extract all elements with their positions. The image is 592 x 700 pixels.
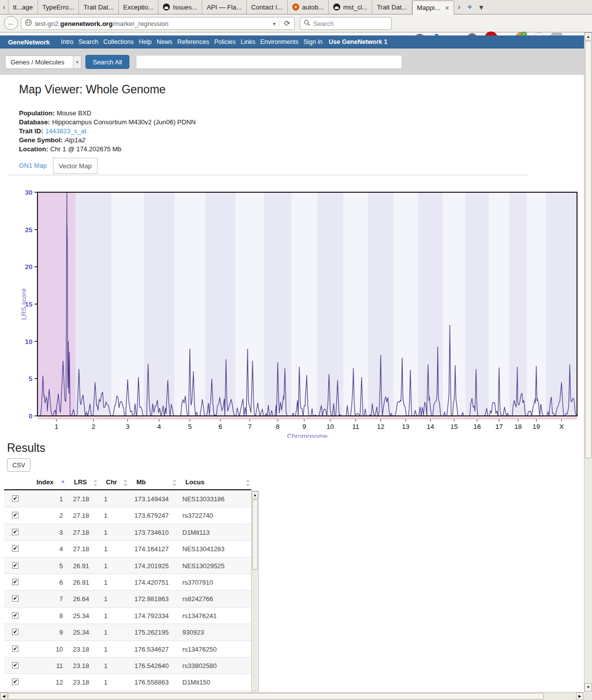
genenetwork-brand[interactable]: GeneNetwork: [8, 35, 50, 48]
nav-item-search[interactable]: Search: [78, 38, 98, 45]
tab-close-icon[interactable]: ×: [445, 4, 449, 12]
url-history-dropdown[interactable]: ▾: [269, 21, 280, 26]
table-row[interactable]: ✔427.181174.164127NES13041283: [4, 541, 251, 557]
url-text[interactable]: test-gn2.genenetwork.org/marker_regressi…: [35, 20, 269, 27]
row-checkbox[interactable]: ✔: [12, 545, 18, 552]
reload-button[interactable]: ⟳: [280, 19, 294, 28]
chromosome-band-13: [393, 192, 418, 416]
table-row[interactable]: ✔825.341174.792334rs13476241: [4, 608, 251, 624]
sort-asc-icon[interactable]: ▲: [60, 478, 65, 484]
scroll-right-button[interactable]: ▶: [576, 693, 584, 700]
nav-item-references[interactable]: References: [177, 38, 209, 45]
column-header-locus[interactable]: Locus: [185, 478, 204, 486]
tab-vector-map[interactable]: Vector Map: [53, 158, 97, 174]
column-header-lrs[interactable]: LRS: [74, 478, 87, 486]
row-checkbox[interactable]: ✔: [12, 629, 18, 635]
sort-icon[interactable]: [172, 479, 176, 486]
row-checkbox[interactable]: ✔: [12, 512, 18, 518]
column-header-mb[interactable]: Mb: [136, 478, 146, 486]
row-checkbox[interactable]: ✔: [12, 646, 18, 652]
trait-id-link[interactable]: 1443823_s_at: [45, 127, 86, 135]
chromosome-band-5: [174, 192, 205, 416]
results-table-header: Index ▲ LRS Chr Mb Locus: [4, 475, 251, 490]
nav-item-intro[interactable]: Intro: [61, 38, 73, 45]
nav-item-news[interactable]: News: [156, 38, 172, 45]
sort-icon[interactable]: [246, 479, 250, 486]
sort-icon[interactable]: [123, 479, 127, 486]
cell-chr: 1: [104, 529, 107, 536]
table-row[interactable]: ✔726.641172.981863rs8242766: [4, 591, 251, 607]
gn-search-input[interactable]: [136, 55, 402, 69]
browser-tab-active[interactable]: Mappi...×: [412, 0, 454, 14]
select-caret-icon[interactable]: ▾: [73, 56, 81, 68]
row-checkbox[interactable]: ✔: [12, 495, 18, 502]
table-row[interactable]: ✔1023.181176.534627rs13476250: [4, 641, 251, 658]
scroll-tabs-left-button[interactable]: ‹: [0, 0, 8, 14]
cell-locus: D1Mit150: [182, 679, 210, 686]
sort-icon[interactable]: [93, 479, 97, 486]
nav-item-help[interactable]: Help: [139, 38, 152, 45]
nav-item-links[interactable]: Links: [241, 38, 255, 45]
scroll-down-button[interactable]: ▼: [585, 683, 592, 692]
nav-item-collections[interactable]: Collections: [103, 38, 134, 45]
search-all-button[interactable]: Search All: [85, 55, 129, 69]
row-checkbox[interactable]: ✔: [12, 595, 18, 602]
scroll-left-button[interactable]: ◀: [0, 693, 7, 700]
browser-tab[interactable]: autob...: [288, 0, 329, 14]
table-scrollbar-thumb[interactable]: [252, 500, 258, 570]
nav-item-environments[interactable]: Environments: [260, 38, 298, 45]
nav-item-sign-in[interactable]: Sign in: [303, 38, 322, 45]
csv-export-button[interactable]: CSV: [7, 458, 30, 472]
browser-tab[interactable]: TypeErro...: [38, 0, 79, 14]
table-row[interactable]: ✔1123.181176.542640rs33802580: [4, 658, 251, 674]
browser-tab[interactable]: Trait Dat...: [372, 0, 412, 14]
row-checkbox[interactable]: ✔: [12, 662, 18, 669]
vertical-scrollbar[interactable]: ▲ ▼: [584, 32, 592, 692]
browser-tab[interactable]: Contact I...: [247, 0, 288, 14]
row-checkbox[interactable]: ✔: [12, 529, 18, 535]
browser-tab[interactable]: Trait Dat...: [79, 0, 118, 14]
browser-tab[interactable]: tt...age: [8, 0, 38, 14]
column-header-index[interactable]: Index: [36, 478, 53, 486]
use-genenetwork1-link[interactable]: Use GeneNetwork 1: [329, 35, 387, 48]
row-checkbox[interactable]: ✔: [12, 679, 18, 685]
x-tick-label: 14: [427, 423, 435, 430]
table-row[interactable]: ✔526.911174.201925NES13029525: [4, 558, 251, 574]
cell-lrs: 25.34: [73, 612, 89, 620]
nav-item-policies[interactable]: Policies: [214, 38, 236, 45]
table-row[interactable]: ✔626.911174.420751rs3707910: [4, 574, 251, 591]
new-tab-button[interactable]: +: [464, 2, 476, 12]
url-bar[interactable]: test-gn2.genenetwork.org/marker_regressi…: [21, 17, 295, 30]
tab-gn1-map[interactable]: GN1 Map: [19, 162, 47, 169]
cell-mb: 176.558863: [134, 679, 169, 686]
cell-chr: 1: [104, 612, 107, 620]
column-header-chr[interactable]: Chr: [106, 478, 117, 486]
browser-tab[interactable]: API — Fla...: [202, 0, 247, 14]
github-favicon: [333, 3, 340, 10]
tab-list-dropdown-button[interactable]: ▾: [476, 2, 487, 12]
back-button[interactable]: ←: [4, 16, 18, 30]
table-row[interactable]: ✔227.181173.679247rs3722740: [4, 507, 251, 524]
browser-search-box[interactable]: Search: [300, 17, 392, 30]
table-row[interactable]: ✔127.181173.149434NES13033186: [4, 491, 251, 507]
table-scrollbar[interactable]: ▲: [251, 491, 259, 692]
tab-strip: ‹ tt...ageTypeErro...Trait Dat...Excepti…: [0, 0, 592, 14]
horizontal-scrollbar[interactable]: ◀ ▶: [0, 692, 584, 700]
table-scroll-up-button[interactable]: ▲: [252, 491, 258, 499]
scroll-up-button[interactable]: ▲: [585, 32, 592, 40]
search-type-select[interactable]: Genes / Molecules ▾: [5, 55, 81, 69]
table-row[interactable]: ✔925.341175.262195930923: [4, 624, 251, 641]
row-checkbox[interactable]: ✔: [12, 562, 18, 569]
browser-tab[interactable]: Exceptio...: [119, 0, 159, 14]
table-row[interactable]: ✔1223.181176.558863D1Mit150: [4, 674, 251, 691]
tab-label: Contact I...: [251, 3, 283, 11]
vertical-scrollbar-thumb[interactable]: [585, 41, 592, 458]
horizontal-scrollbar-thumb[interactable]: [8, 693, 544, 700]
row-checkbox[interactable]: ✔: [12, 579, 18, 585]
browser-tab[interactable]: mst_cl...: [329, 0, 372, 14]
tab-overflow-button[interactable]: ›: [454, 2, 464, 11]
cell-mb: 174.201925: [134, 562, 169, 570]
table-row[interactable]: ✔327.181173.734610D1Mit113: [4, 524, 251, 541]
row-checkbox[interactable]: ✔: [12, 612, 18, 619]
browser-tab[interactable]: Issues...: [158, 0, 202, 14]
